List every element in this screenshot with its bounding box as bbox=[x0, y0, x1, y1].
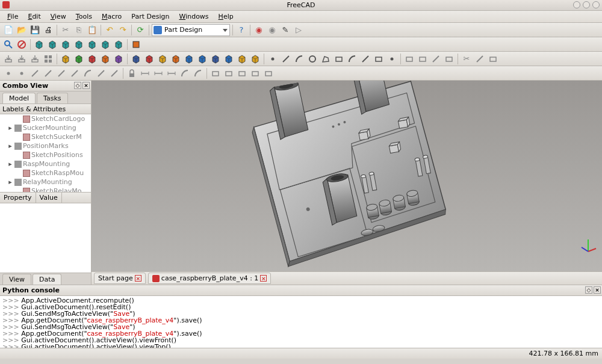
c-sym-icon[interactable] bbox=[108, 67, 120, 79]
bottom-icon[interactable] bbox=[99, 39, 111, 51]
tab-view[interactable]: View bbox=[2, 274, 31, 285]
record-icon[interactable]: ◉ bbox=[253, 24, 265, 36]
menu-file[interactable]: File bbox=[2, 11, 23, 22]
python-console[interactable]: >>> App.ActiveDocument.recompute()>>> Gu… bbox=[0, 296, 602, 348]
c-leave-icon[interactable] bbox=[236, 67, 248, 79]
print-icon[interactable]: 🖨 bbox=[42, 24, 54, 36]
stop-icon[interactable]: ◉ bbox=[266, 24, 278, 36]
tree-item[interactable]: ▸RelayMounting bbox=[0, 177, 91, 187]
menu-view[interactable]: View bbox=[46, 11, 71, 22]
panel-close-icon[interactable]: × bbox=[82, 82, 90, 89]
run-macro-icon[interactable]: ▷ bbox=[293, 24, 305, 36]
part-sphere-icon[interactable] bbox=[86, 53, 98, 65]
tree-item[interactable]: SketchRaspMou bbox=[0, 168, 91, 177]
front-icon[interactable] bbox=[46, 39, 58, 51]
open-file-icon[interactable]: 📂 bbox=[16, 24, 28, 36]
maximize-icon[interactable] bbox=[583, 1, 590, 8]
part-box-icon[interactable] bbox=[60, 53, 72, 65]
top-icon[interactable] bbox=[60, 39, 72, 51]
close-icon[interactable] bbox=[592, 1, 600, 8]
sketch-misc1-icon[interactable] bbox=[403, 53, 415, 65]
sketch-arc-icon[interactable] bbox=[293, 53, 305, 65]
minimize-icon[interactable] bbox=[573, 1, 580, 8]
save-icon[interactable]: 💾 bbox=[29, 24, 41, 36]
sketch-misc2-icon[interactable] bbox=[417, 53, 429, 65]
chamfer-icon[interactable] bbox=[196, 53, 208, 65]
sketch-circle-icon[interactable] bbox=[306, 53, 318, 65]
panel-undock-icon[interactable]: ◇ bbox=[585, 286, 592, 294]
c-lock-icon[interactable] bbox=[126, 67, 138, 79]
c-view-icon[interactable] bbox=[249, 67, 261, 79]
pad-icon[interactable] bbox=[130, 53, 142, 65]
new-file-icon[interactable]: 📄 bbox=[2, 24, 14, 36]
rear-icon[interactable] bbox=[86, 39, 98, 51]
sketch-con-icon[interactable] bbox=[386, 53, 398, 65]
tab-document[interactable]: case_raspberryB_plate_v4 : 1 × bbox=[148, 273, 272, 284]
menu-macro[interactable]: Macro bbox=[97, 11, 126, 22]
menu-windows[interactable]: Windows bbox=[174, 11, 213, 22]
close-icon[interactable]: × bbox=[135, 275, 141, 282]
c-para-icon[interactable] bbox=[55, 67, 67, 79]
c-horz-icon[interactable] bbox=[42, 67, 54, 79]
model-tree[interactable]: SketchCardLogo▸SuckerMountingSketchSucke… bbox=[0, 114, 91, 193]
tree-item[interactable]: ▸PositionMarks bbox=[0, 141, 91, 150]
c-new-icon[interactable] bbox=[209, 67, 222, 79]
sketch-fillet-icon[interactable] bbox=[346, 53, 358, 65]
sketch-misc3-icon[interactable] bbox=[430, 53, 442, 65]
sketch-ext-icon[interactable] bbox=[373, 53, 385, 65]
c-perp-icon[interactable] bbox=[69, 67, 81, 79]
part-torus-icon[interactable] bbox=[113, 53, 125, 65]
part-export-icon[interactable] bbox=[16, 53, 28, 65]
sketch-poly-icon[interactable] bbox=[320, 53, 332, 65]
undo-icon[interactable]: ↶ bbox=[104, 24, 116, 36]
part-cyl-icon[interactable] bbox=[73, 53, 85, 65]
c-eq-icon[interactable] bbox=[95, 67, 107, 79]
polar-icon[interactable] bbox=[236, 53, 248, 65]
tab-tasks[interactable]: Tasks bbox=[37, 93, 67, 103]
refresh-icon[interactable]: ⟳ bbox=[134, 24, 146, 36]
tab-start-page[interactable]: Start page × bbox=[94, 273, 146, 284]
copy-icon[interactable]: ⎘ bbox=[73, 24, 85, 36]
linear-icon[interactable] bbox=[223, 53, 235, 65]
part-import-icon[interactable] bbox=[2, 53, 14, 65]
c-point-icon[interactable] bbox=[16, 67, 28, 79]
edit-macro-icon[interactable]: ✎ bbox=[279, 24, 291, 36]
tree-item[interactable]: SketchRelayMo bbox=[0, 187, 91, 193]
sketch-trim-icon[interactable] bbox=[359, 53, 371, 65]
help-icon[interactable]: ? bbox=[235, 24, 247, 36]
c-tan-icon[interactable] bbox=[82, 67, 94, 79]
c-coincident-icon[interactable] bbox=[2, 67, 14, 79]
c-vdist-icon[interactable] bbox=[152, 67, 164, 79]
expand-icon[interactable]: ▸ bbox=[7, 124, 13, 132]
tab-data[interactable]: Data bbox=[33, 274, 61, 285]
workbench-selector[interactable]: Part Design bbox=[152, 24, 230, 36]
right-icon[interactable] bbox=[73, 39, 85, 51]
close-icon[interactable]: × bbox=[260, 275, 267, 282]
draw-style-icon[interactable] bbox=[16, 39, 28, 51]
menu-edit[interactable]: Edit bbox=[23, 11, 45, 22]
menu-tools[interactable]: Tools bbox=[71, 11, 97, 22]
c-dist-icon[interactable] bbox=[166, 67, 178, 79]
c-hdist-icon[interactable] bbox=[139, 67, 151, 79]
expand-icon[interactable]: ▸ bbox=[7, 160, 13, 168]
rev-icon[interactable] bbox=[157, 53, 169, 65]
tree-item[interactable]: SketchSuckerM bbox=[0, 132, 91, 141]
c-ang-icon[interactable] bbox=[192, 67, 204, 79]
fillet-icon[interactable] bbox=[183, 53, 195, 65]
mirror-icon[interactable] bbox=[209, 53, 222, 65]
part-cone-icon[interactable] bbox=[99, 53, 111, 65]
tree-item[interactable]: SketchCardLogo bbox=[0, 114, 91, 123]
pocket-icon[interactable] bbox=[143, 53, 155, 65]
sketch-dot-icon[interactable] bbox=[267, 53, 279, 65]
part-down-icon[interactable] bbox=[29, 53, 41, 65]
tree-item[interactable]: ▸SuckerMounting bbox=[0, 123, 91, 132]
sketch-misc4-icon[interactable] bbox=[443, 53, 455, 65]
measure-icon[interactable] bbox=[130, 39, 142, 51]
expand-icon[interactable]: ▸ bbox=[7, 178, 13, 186]
tab-model[interactable]: Model bbox=[2, 93, 36, 103]
groove-icon[interactable] bbox=[170, 53, 182, 65]
c-map-icon[interactable] bbox=[262, 67, 275, 79]
iso-icon[interactable] bbox=[33, 39, 45, 51]
panel-undock-icon[interactable]: ◇ bbox=[74, 82, 81, 89]
3d-view[interactable] bbox=[92, 81, 602, 271]
